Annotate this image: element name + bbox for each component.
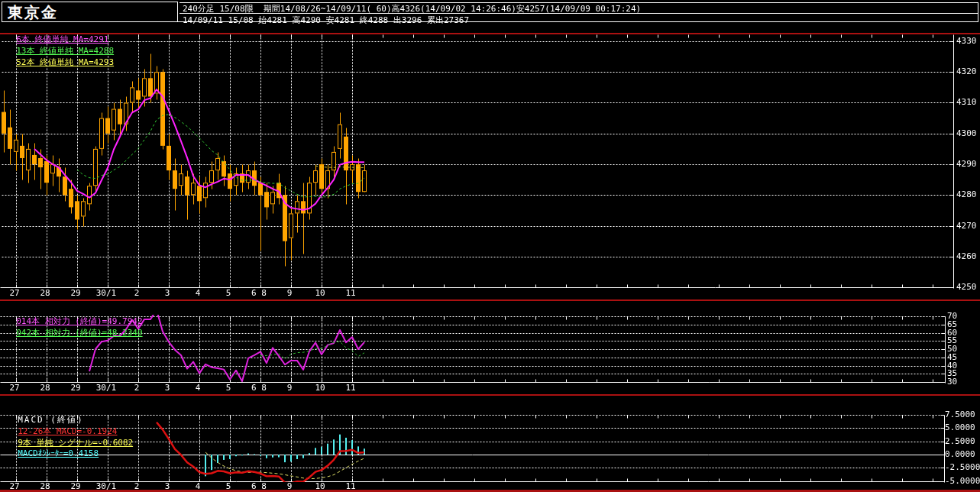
separator-rsi-macd [0,394,980,396]
macd-line-legend: 12-26本 MACD=-0.1924 [18,426,117,436]
rsi42-legend: 042本 相対力 (終値)=48.2340 [16,328,142,338]
chart-canvas[interactable] [0,0,980,492]
separator-main-rsi [0,299,980,301]
ma-legend: 6本 終値単純 MA=4291 13本 終値単純 MA=4288 52本 終値単… [6,24,123,68]
macd-legend: MACD (終値) 12-26本 MACD=-0.1924 9本 単純 シグナル… [8,404,142,458]
separator-header [0,33,980,34]
ma13-legend: 13本 終値単純 MA=4288 [16,46,114,56]
macd-signal-legend: 9本 単純 シグナル=-0.6082 [18,438,133,448]
header-right-border [978,2,978,22]
macd-oscillator-legend: MACDｵｼﾚｰﾀｰ=0.4158 [18,448,99,458]
rsi14-legend: 014本 相対力 (終値)=49.7942 [16,316,142,326]
header-mid-border [180,13,978,14]
header-bottom-border [178,21,978,22]
ma6-legend: 6本 終値単純 MA=4291 [16,34,108,44]
quote-label: 14/09/11 15/08 始4281 高4290 安4281 終4288 出… [183,15,469,26]
ma52-legend: 52本 終値単純 MA=4293 [16,57,114,67]
rsi-legend: 014本 相対力 (終値)=49.7942 042本 相対力 (終値)=48.2… [6,306,152,338]
macd-title-legend: MACD (終値) [18,415,83,425]
